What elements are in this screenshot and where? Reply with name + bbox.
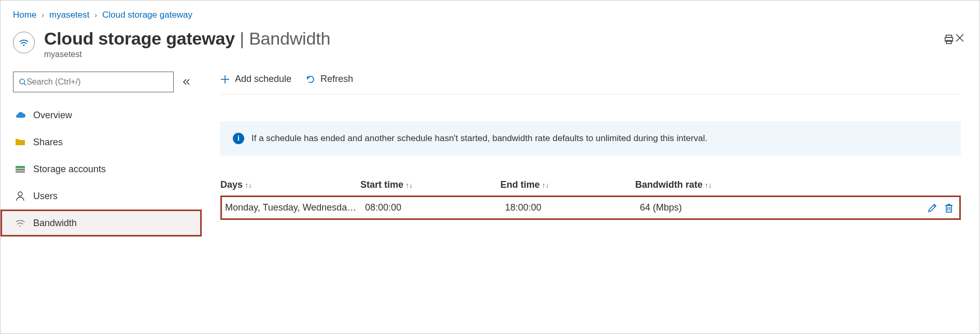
column-header-start[interactable]: Start time↑↓ (360, 179, 500, 190)
refresh-button[interactable]: Refresh (306, 74, 353, 85)
chevron-double-left-icon (182, 78, 190, 86)
sidebar-item-label: Shares (33, 137, 63, 148)
toolbar-label: Add schedule (235, 74, 291, 85)
chevron-right-icon: › (41, 11, 44, 19)
svg-point-6 (20, 79, 24, 84)
sidebar-item-users[interactable]: Users (1, 183, 202, 210)
breadcrumb: Home › myasetest › Cloud storage gateway (1, 1, 979, 26)
svg-point-12 (20, 226, 21, 227)
cell-rate: 64 (Mbps) (640, 202, 769, 213)
chevron-right-icon: › (95, 11, 97, 19)
resource-type-icon (13, 32, 35, 53)
main-content: Add schedule Refresh i If a schedule has… (202, 68, 979, 324)
sidebar-item-label: Users (33, 191, 58, 202)
sort-icon[interactable]: ↑↓ (405, 181, 413, 189)
cloud-icon (15, 109, 26, 121)
refresh-icon (306, 75, 315, 84)
breadcrumb-resource[interactable]: myasetest (49, 10, 89, 20)
svg-line-7 (24, 84, 26, 86)
folder-icon (15, 136, 26, 148)
delete-button[interactable] (944, 203, 954, 213)
add-schedule-button[interactable]: Add schedule (220, 74, 291, 85)
table-header: Days↑↓ Start time↑↓ End time↑↓ Bandwidth… (220, 174, 961, 196)
collapse-sidebar-button[interactable] (182, 78, 190, 86)
svg-rect-16 (946, 205, 951, 212)
toolbar-label: Refresh (320, 74, 353, 85)
info-banner: i If a schedule has ended and another sc… (220, 121, 961, 156)
trash-icon (944, 203, 954, 213)
search-icon (19, 78, 26, 86)
sidebar: Overview Shares Storage accounts Users (1, 68, 202, 324)
sidebar-item-label: Bandwidth (33, 218, 77, 229)
sidebar-item-label: Storage accounts (33, 164, 106, 175)
plus-icon (220, 75, 230, 84)
cell-end: 18:00:00 (505, 202, 640, 213)
sidebar-item-storage-accounts[interactable]: Storage accounts (1, 156, 202, 183)
resource-subtitle: myasetest (44, 50, 929, 59)
svg-point-0 (23, 45, 25, 46)
table-row-highlighted: Monday, Tuesday, Wednesday, Thursday, Fr… (220, 196, 961, 220)
schedule-table: Days↑↓ Start time↑↓ End time↑↓ Bandwidth… (220, 174, 961, 220)
sort-icon[interactable]: ↑↓ (705, 181, 712, 189)
sidebar-item-overview[interactable]: Overview (1, 102, 202, 129)
svg-rect-8 (16, 166, 25, 168)
edit-button[interactable] (927, 203, 937, 213)
svg-rect-3 (946, 40, 951, 44)
svg-rect-10 (16, 171, 25, 173)
info-text: If a schedule has ended and another sche… (251, 133, 707, 144)
sort-icon[interactable]: ↑↓ (542, 181, 549, 189)
table-row[interactable]: Monday, Tuesday, Wednesday, Thursday, Fr… (225, 197, 956, 218)
print-icon[interactable] (943, 34, 955, 45)
user-icon (15, 190, 26, 202)
storage-icon (15, 163, 26, 175)
breadcrumb-home[interactable]: Home (13, 10, 36, 20)
info-icon: i (233, 133, 244, 144)
page-section: Bandwidth (249, 29, 330, 48)
cell-start: 08:00:00 (365, 202, 505, 213)
search-input[interactable] (26, 77, 168, 87)
svg-rect-9 (16, 169, 25, 171)
wifi-icon (15, 217, 26, 229)
sidebar-item-shares[interactable]: Shares (1, 129, 202, 156)
wifi-icon (18, 37, 30, 48)
column-header-end[interactable]: End time↑↓ (500, 179, 635, 190)
page-header: Cloud storage gateway | Bandwidth myaset… (1, 26, 979, 68)
breadcrumb-page[interactable]: Cloud storage gateway (102, 10, 192, 20)
pencil-icon (927, 203, 937, 213)
close-button[interactable] (955, 33, 965, 43)
sidebar-item-bandwidth[interactable]: Bandwidth (1, 210, 202, 236)
column-header-rate[interactable]: Bandwidth rate↑↓ (635, 179, 765, 190)
svg-point-11 (18, 192, 22, 196)
page-title: Cloud storage gateway | Bandwidth (44, 29, 929, 49)
cell-days: Monday, Tuesday, Wednesday, Thursday, Fr… (225, 202, 365, 213)
sidebar-search[interactable] (13, 72, 174, 92)
sort-icon[interactable]: ↑↓ (245, 181, 252, 189)
toolbar: Add schedule Refresh (220, 68, 961, 94)
column-header-days[interactable]: Days↑↓ (220, 179, 360, 190)
sidebar-item-label: Overview (33, 110, 72, 121)
